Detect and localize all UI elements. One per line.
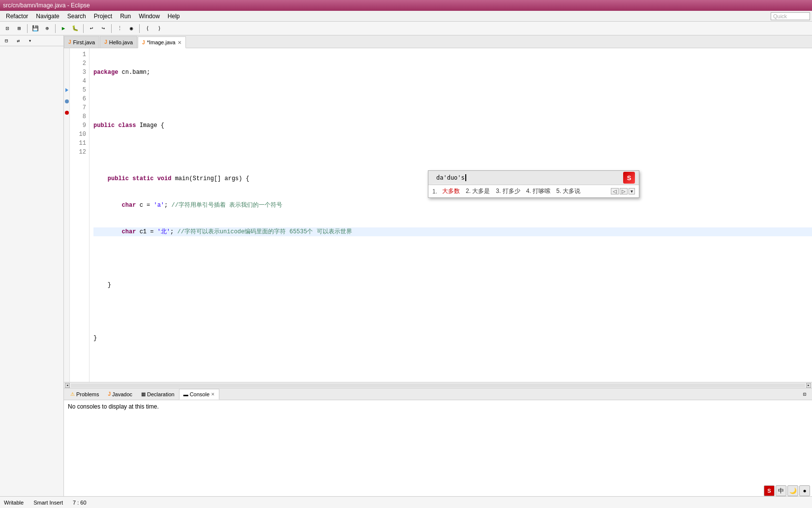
- bottom-panel: ⚠ Problems J Javadoc ▦ Declaration ▬ Con…: [64, 388, 812, 496]
- declaration-icon: ▦: [141, 391, 146, 397]
- toolbar-separator-4: [111, 24, 112, 33]
- code-line-8: [93, 254, 812, 263]
- tab-console[interactable]: ▬ Console ✕: [179, 389, 219, 400]
- code-line-3: public class Image {: [93, 121, 812, 130]
- bottom-content: No consoles to display at this time.: [64, 400, 812, 496]
- menu-navigate[interactable]: Navigate: [32, 12, 63, 21]
- linenum-2: 2: [70, 59, 86, 68]
- toolbar: ⊡ ⊞ 💾 ⊕ ▶ 🐛 ↩ ↪ ⋮ ◉ ⟨ ⟩: [0, 22, 812, 35]
- editor-tabs: J First.java J Hello.java J *Image.java …: [64, 35, 812, 48]
- tab-image-java[interactable]: J *Image.java ✕: [138, 36, 186, 48]
- toolbar-btn-2[interactable]: ⊞: [14, 23, 25, 34]
- view-menu-btn[interactable]: ▾: [25, 35, 35, 46]
- linenum-5: 5: [70, 86, 86, 95]
- left-panel-content: [0, 46, 63, 496]
- marker-1: [64, 50, 70, 59]
- javadoc-label: Javadoc: [112, 391, 132, 397]
- ime-bar: S 中 🌙 ●: [764, 485, 810, 496]
- sogou-logo-btn[interactable]: S: [764, 485, 775, 496]
- marker-11: [64, 146, 70, 155]
- tab-hello-java-label: Hello.java: [109, 39, 133, 45]
- autocomplete-header: da'duo's S: [428, 171, 639, 185]
- code-line-1: package cn.bamn;: [93, 68, 812, 77]
- sogou-icon: S: [623, 172, 635, 184]
- code-content[interactable]: package cn.bamn; public class Image { pu…: [90, 48, 812, 382]
- menu-search[interactable]: Search: [63, 12, 90, 21]
- menu-help[interactable]: Help: [164, 12, 184, 21]
- marker-8: [64, 120, 70, 128]
- console-maximize-btn[interactable]: ⊡: [799, 389, 810, 400]
- marker-2: [64, 59, 70, 68]
- moon-btn[interactable]: 🌙: [787, 485, 798, 496]
- toolbar-btn-9[interactable]: ⟩: [154, 23, 165, 34]
- ac-label-1: 大多数: [442, 187, 460, 195]
- code-editor[interactable]: 1 2 3 4 5 6 7 8 9 10 11 12 package cn.ba…: [64, 48, 812, 382]
- toolbar-btn-7[interactable]: ◉: [126, 23, 137, 34]
- tab-first-java[interactable]: J First.java: [64, 36, 99, 48]
- linenum-6: 6: [70, 95, 86, 103]
- marker-4: [64, 77, 70, 86]
- hscroll-track[interactable]: [71, 383, 805, 387]
- tab-hello-java[interactable]: J Hello.java: [100, 36, 137, 48]
- problems-label: Problems: [76, 391, 99, 397]
- marker-column: [64, 48, 70, 382]
- toolbar-btn-4[interactable]: ↩: [86, 23, 97, 34]
- ac-next-btn[interactable]: ▷: [620, 188, 628, 194]
- toolbar-btn-save[interactable]: 💾: [30, 23, 41, 34]
- status-writable: Writable: [4, 500, 24, 506]
- menu-window[interactable]: Window: [135, 12, 164, 21]
- tab-image-java-label: *Image.java: [147, 39, 176, 45]
- linenum-1: 1: [70, 50, 86, 59]
- quick-access-input[interactable]: Quick: [771, 12, 810, 20]
- code-line-2: [93, 95, 812, 103]
- dot-btn[interactable]: ●: [799, 485, 810, 496]
- marker-5: [64, 88, 70, 97]
- ac-item-5-text: 5. 大多说: [556, 187, 580, 195]
- title-bar: src/cn/bamn/Image.java - Eclipse: [0, 0, 812, 11]
- marker-10: [64, 137, 70, 146]
- ac-prev-btn[interactable]: ◁: [611, 188, 619, 194]
- autocomplete-list[interactable]: 1. 大多数 2. 大多是 3. 打多少 4. 打哆嗦 5. 大多说 ◁ ▷ ▾: [428, 185, 639, 197]
- declaration-label: Declaration: [147, 391, 175, 397]
- link-editor-btn[interactable]: ⇄: [13, 35, 24, 46]
- toolbar-btn-3[interactable]: ⊕: [42, 23, 53, 34]
- editor-hscroll[interactable]: ◂ ▸: [64, 382, 812, 388]
- menu-run[interactable]: Run: [116, 12, 135, 21]
- linenum-4: 4: [70, 77, 86, 86]
- tab-image-close-btn[interactable]: ✕: [178, 40, 181, 45]
- collapse-all-btn[interactable]: ⊟: [1, 35, 12, 46]
- console-icon: ▬: [183, 392, 188, 397]
- console-message: No consoles to display at this time.: [68, 403, 159, 410]
- toolbar-btn-8[interactable]: ⟨: [142, 23, 153, 34]
- console-close-btn[interactable]: ✕: [211, 392, 215, 397]
- autocomplete-popup: da'duo's S 1. 大多数 2. 大多是 3. 打多少 4. 打哆嗦 5…: [428, 170, 639, 198]
- title-text: src/cn/bamn/Image.java - Eclipse: [3, 2, 90, 9]
- autocomplete-cursor: [465, 174, 466, 181]
- line-numbers: 1 2 3 4 5 6 7 8 9 10 11 12: [70, 48, 90, 382]
- toolbar-separator-2: [55, 24, 56, 33]
- problems-icon: ⚠: [70, 391, 75, 397]
- toolbar-separator-1: [27, 24, 28, 33]
- tab-declaration[interactable]: ▦ Declaration: [137, 389, 179, 400]
- ac-down-btn[interactable]: ▾: [629, 188, 635, 194]
- toolbar-btn-run[interactable]: ▶: [58, 23, 69, 34]
- scroll-right-btn[interactable]: ▸: [806, 383, 811, 388]
- code-line-11: }: [93, 334, 812, 343]
- toolbar-btn-5[interactable]: ↪: [98, 23, 109, 34]
- scroll-left-btn[interactable]: ◂: [65, 383, 70, 388]
- linenum-9: 9: [70, 121, 86, 130]
- toolbar-btn-1[interactable]: ⊡: [2, 23, 13, 34]
- ac-item-1[interactable]: 1. 大多数 2. 大多是 3. 打多少 4. 打哆嗦 5. 大多说 ◁ ▷ ▾: [428, 186, 639, 196]
- menu-project[interactable]: Project: [90, 12, 116, 21]
- toolbar-btn-6[interactable]: ⋮: [114, 23, 125, 34]
- sogou-s-label: S: [627, 174, 632, 182]
- toolbar-btn-debug[interactable]: 🐛: [70, 23, 81, 34]
- toolbar-separator-3: [83, 24, 84, 33]
- tab-problems[interactable]: ⚠ Problems: [66, 389, 103, 400]
- linenum-11: 11: [70, 139, 86, 148]
- menu-refactor[interactable]: Refactor: [2, 12, 32, 21]
- tab-javadoc[interactable]: J Javadoc: [103, 389, 137, 400]
- marker-9: [64, 128, 70, 137]
- chinese-mode-btn[interactable]: 中: [776, 485, 786, 496]
- bottom-panel-actions: ⊡: [799, 389, 810, 400]
